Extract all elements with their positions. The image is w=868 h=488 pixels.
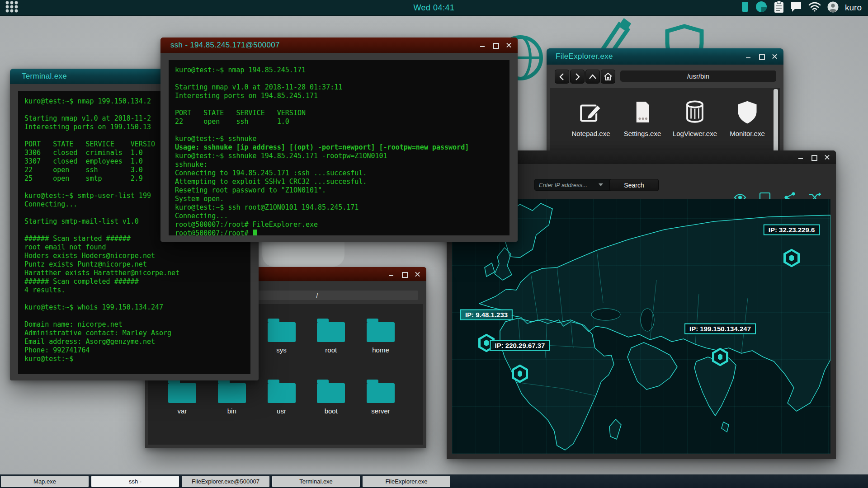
scrollbar[interactable] [774,89,778,157]
taskbar-item[interactable]: ssh - [91,476,179,487]
map-marker[interactable]: IP: 199.150.134.247 [712,348,728,366]
console-line: Connecting... [175,212,503,221]
console-line: sshnuke: [175,160,503,169]
folder-label: boot [311,407,351,415]
clock: Wed 04:41 [0,3,868,13]
taskbar: Map.exessh -FileExplorer.exe@500007Termi… [0,474,868,488]
close-button[interactable] [771,53,778,60]
console-line: Puntz exists Puntz@nicorpe.net [24,260,244,269]
map-marker[interactable]: IP: 32.23.229.6 [783,249,800,267]
close-button[interactable] [823,154,830,161]
ssh-title: ssh - 194.85.245.171@500007 [170,41,280,50]
console-line [175,100,503,109]
close-button[interactable] [414,271,421,278]
console-line: kuro@test:~$ ssh root@Z1ON0101 194.85.24… [175,203,503,212]
clipboard-icon[interactable] [774,1,784,15]
text-cursor [253,230,257,235]
taskbar-item[interactable]: Terminal.exe [272,476,360,487]
maximize-button[interactable] [492,42,499,49]
home-button[interactable] [601,70,615,84]
folder-icon [317,383,345,403]
back-button[interactable] [555,70,569,84]
map-marker[interactable]: IP: 220.29.67.37 [512,365,528,383]
console-line: 4 results. [24,286,244,295]
taskbar-item[interactable]: Map.exe [1,476,89,487]
ssh-titlebar[interactable]: ssh - 194.85.245.171@500007 [160,38,518,53]
console-line: kuro@test:~$ whois 199.150.134.247 [24,303,244,312]
ip-search-input[interactable] [534,179,619,191]
node-hexagon-icon[interactable] [512,365,528,383]
chat-icon[interactable] [790,1,802,14]
folder-label: root [311,346,351,354]
ip-marker-label: IP: 199.150.134.247 [684,324,756,334]
forward-button[interactable] [570,70,585,84]
folder-item-root[interactable]: root [311,318,351,354]
user-avatar-icon[interactable] [827,1,839,14]
app-item-settings[interactable]: Settings.exe [619,99,666,137]
folder-icon [268,383,296,403]
close-button[interactable] [505,42,512,49]
up-button[interactable] [585,70,600,84]
console-line: 22 open ssh 1.0 [175,117,503,126]
app-item-monitor[interactable]: Monitor.exe [724,99,771,137]
ssh-console[interactable]: kuro@test:~$ nmap 194.85.245.171 Startin… [169,60,509,235]
node-hexagon-icon[interactable] [712,348,728,366]
maximize-button[interactable] [810,154,817,161]
folder-item-var[interactable]: var [162,379,203,415]
wifi-icon[interactable] [808,2,821,14]
console-line [175,126,503,135]
app-item-logviewer[interactable]: LogViewer.exe [671,99,718,137]
minimize-button[interactable] [479,42,486,49]
battery-icon[interactable] [741,1,749,14]
console-line: Connecting to 194.85.245.171 :ssh ...suc… [175,169,503,178]
febin-title: FileExplorer.exe [556,52,613,61]
folder-item-home[interactable]: home [360,318,401,354]
febin-toolbar: /usr/bin [547,68,783,85]
console-line: Hoders exists Hoders@nicorpe.net [24,252,244,260]
console-line: Domain name: nicorpe.net [24,320,244,329]
app-item-notepad[interactable]: Notepad.exe [567,99,614,137]
console-line: root@500007:/root# FileExplorer.exe [175,221,503,229]
console-line: Reseting root password to "Z1ON0101". [175,186,503,195]
console-line: kuro@test:~$ sshnuke [175,135,503,143]
console-line [24,295,244,303]
taskbar-item[interactable]: FileExplorer.exe@500007 [182,476,269,487]
console-line: Email address: Asorg@genzyme.net [24,338,244,346]
logviewer-icon [682,119,708,127]
console-line: Phone: 992741764 [24,346,244,355]
folder-item-bin[interactable]: bin [212,379,252,415]
app-label: Notepad.exe [567,130,614,137]
ip-marker-label: IP: 220.29.67.37 [490,340,550,351]
maximize-button[interactable] [758,53,765,60]
folder-label: server [360,407,401,415]
console-line [24,312,244,320]
console-line: root email not found [24,243,244,252]
minimize-button[interactable] [745,53,752,60]
console-line: kuro@test:~$ sshnuke 194.85.245.171 -roo… [175,152,503,160]
console-line: System open. [175,195,503,203]
address-bar[interactable]: /usr/bin [620,70,776,82]
folder-label: home [360,346,401,354]
console-line: Administrative contact: Marley Asorg [24,329,244,338]
folder-icon [367,383,395,403]
febin-titlebar[interactable]: FileExplorer.exe [547,48,783,65]
folder-item-sys[interactable]: sys [261,318,302,354]
top-status-bar: Wed 04:41 [0,0,868,16]
folder-item-usr[interactable]: usr [261,379,302,415]
folder-item-boot[interactable]: boot [311,379,351,415]
disk-usage-icon[interactable] [755,0,768,15]
node-hexagon-icon[interactable] [783,249,800,267]
folder-label: var [162,407,203,415]
maximize-button[interactable] [401,271,408,278]
folder-item-server[interactable]: server [360,379,401,415]
settings-icon [629,119,656,127]
taskbar-item[interactable]: FileExplorer.exe [363,476,450,487]
minimize-button[interactable] [387,271,395,278]
terminal-title: Terminal.exe [22,72,67,81]
console-line: Usage: sshnuke [ip address] [(opt) -port… [175,143,503,152]
search-button[interactable]: Search [609,179,659,191]
minimize-button[interactable] [797,154,804,161]
console-line [175,75,503,83]
folder-icon [268,322,296,342]
console-line: kuro@test:~$ nmap 194.85.245.171 [175,66,503,75]
